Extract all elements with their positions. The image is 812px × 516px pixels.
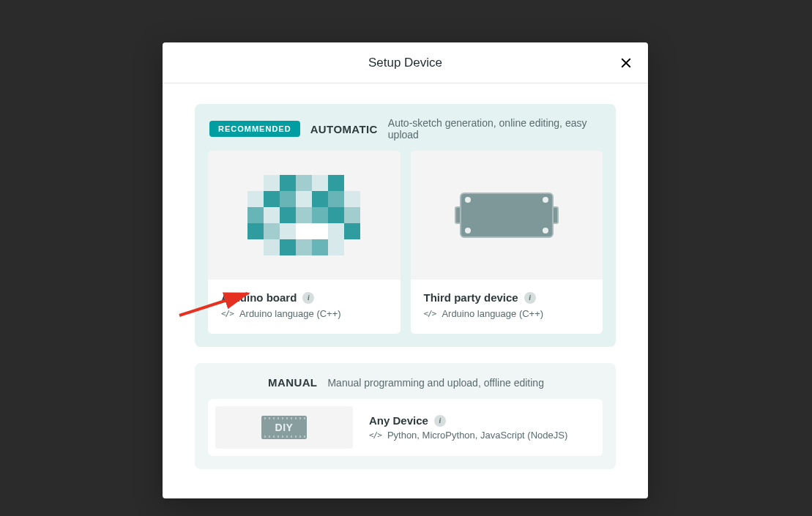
- any-device-title: Any Device: [369, 414, 428, 427]
- any-device-language: Python, MicroPython, JavaScript (NodeJS): [387, 430, 567, 441]
- manual-section-header: MANUAL Manual programming and upload, of…: [208, 376, 603, 389]
- arduino-board-image: [208, 151, 401, 280]
- close-icon: [619, 56, 633, 70]
- manual-card-body: Any Device i </> Python, MicroPython, Ja…: [369, 414, 595, 441]
- code-icon: </>: [221, 309, 234, 318]
- card-language-row: </> Arduino language (C++): [221, 308, 387, 319]
- automatic-cards-row: Arduino board i </> Arduino language (C+…: [208, 151, 603, 334]
- modal-body: RECOMMENDED AUTOMATIC Auto-sketch genera…: [163, 83, 648, 498]
- manual-description: Manual programming and upload, offline e…: [327, 377, 544, 389]
- board-icon: [460, 192, 554, 238]
- third-party-title: Third party device: [424, 291, 518, 304]
- modal-header: Setup Device: [163, 42, 648, 83]
- diy-label: DIY: [275, 422, 294, 433]
- recommended-badge: RECOMMENDED: [209, 121, 300, 137]
- automatic-description: Auto-sketch generation, online editing, …: [388, 117, 603, 141]
- info-icon[interactable]: i: [434, 415, 446, 427]
- manual-title: MANUAL: [268, 376, 317, 389]
- card-title-row: Arduino board i: [221, 291, 387, 304]
- arduino-board-title: Arduino board: [221, 291, 297, 304]
- arduino-board-card[interactable]: Arduino board i </> Arduino language (C+…: [208, 151, 401, 334]
- modal-title: Setup Device: [368, 56, 442, 70]
- code-icon: </>: [424, 309, 436, 318]
- diy-chip-icon: DIY: [261, 416, 307, 439]
- code-icon: </>: [369, 430, 381, 440]
- any-device-card[interactable]: DIY Any Device i </> Python, MicroPython…: [208, 399, 603, 456]
- automatic-section-header: RECOMMENDED AUTOMATIC Auto-sketch genera…: [208, 117, 603, 141]
- automatic-title: AUTOMATIC: [310, 123, 378, 135]
- manual-language-row: </> Python, MicroPython, JavaScript (Nod…: [369, 430, 595, 441]
- manual-section: MANUAL Manual programming and upload, of…: [195, 363, 616, 469]
- setup-device-modal: Setup Device RECOMMENDED AUTOMATIC Auto-…: [163, 42, 648, 498]
- any-device-image: DIY: [215, 406, 353, 449]
- third-party-device-card[interactable]: Third party device i </> Arduino languag…: [411, 151, 603, 334]
- arduino-board-language: Arduino language (C++): [239, 308, 341, 319]
- info-icon[interactable]: i: [302, 292, 314, 304]
- card-body: Third party device i </> Arduino languag…: [411, 280, 603, 334]
- card-body: Arduino board i </> Arduino language (C+…: [208, 280, 401, 334]
- manual-title-row: Any Device i: [369, 414, 595, 427]
- card-language-row: </> Arduino language (C++): [424, 308, 590, 319]
- info-icon[interactable]: i: [524, 292, 536, 304]
- close-button[interactable]: [617, 54, 635, 72]
- card-title-row: Third party device i: [424, 291, 590, 304]
- third-party-language: Arduino language (C++): [442, 308, 543, 319]
- arduino-pixel-art: [247, 175, 360, 255]
- automatic-section: RECOMMENDED AUTOMATIC Auto-sketch genera…: [195, 104, 616, 347]
- third-party-image: [411, 151, 603, 280]
